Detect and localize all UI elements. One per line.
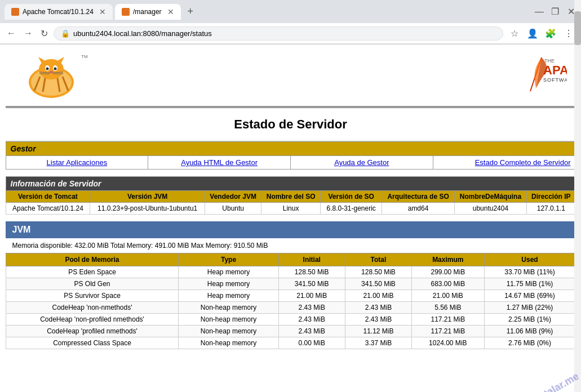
svg-point-11 [46,68,48,70]
mem-type-6: Non-heap memory [179,337,278,349]
mem-col-type: Type [179,253,278,266]
scrollbar[interactable] [574,0,581,349]
mem-maximum-5: 117.21 MiB [412,326,484,337]
mem-used-6: 2.76 MiB (0%) [484,337,575,349]
mem-col-pool: Pool de Memoria [6,253,179,266]
mem-used-2: 14.67 MiB (69%) [484,290,575,302]
mem-total-3: 2.43 MiB [345,302,411,314]
estado-completo-link[interactable]: Estado Completo de Servidor [475,158,571,167]
memory-row-3: CodeHeap 'non-nmethods'Non-heap memory2.… [6,302,575,314]
mem-total-5: 11.12 MiB [345,326,411,337]
mem-maximum-3: 5.56 MiB [412,302,484,314]
mem-maximum-4: 117.21 MiB [412,314,484,326]
mem-used-4: 2.25 MiB (1%) [484,314,575,326]
tab2-icon [122,8,130,16]
jvm-version-value: 11.0.23+9-post-Ubuntu-1ubuntu1 [90,203,205,215]
mem-total-1: 341.50 MiB [345,278,411,290]
nav-ayuda-html[interactable]: Ayuda HTML de Gestor [148,156,291,170]
address-bar[interactable]: 🔒 [54,26,503,41]
browser-titlebar: Apache Tomcat/10.1.24 ✕ /manager ✕ + — ❐… [0,0,581,23]
os-version-value: 6.8.0-31-generic [320,203,382,215]
minimize-button[interactable]: — [534,6,545,17]
tab1-label: Apache Tomcat/10.1.24 [23,8,94,16]
tomcat-version-value: Apache Tomcat/10.1.24 [6,203,90,215]
mem-pool-0: PS Eden Space [6,266,179,278]
browser-chrome: Apache Tomcat/10.1.24 ✕ /manager ✕ + — ❐… [0,0,581,44]
mem-pool-3: CodeHeap 'non-nmethods' [6,302,179,314]
mem-initial-4: 2.43 MiB [278,314,345,326]
forward-button[interactable]: → [21,26,35,41]
ayuda-link[interactable]: Ayuda de Gestor [334,158,389,167]
col-os-version: Versión de SO [320,191,382,203]
address-input[interactable] [73,29,496,38]
mem-initial-0: 128.50 MiB [278,266,345,278]
browser-tab-1[interactable]: Apache Tomcat/10.1.24 ✕ [5,4,113,20]
hostname-value: ubuntu2404 [454,203,526,215]
col-hostname: NombreDeMáquina [454,191,526,203]
page-header: TM THE APACHE SOFTWARE FOUNDATION [6,44,576,107]
mem-col-initial: Initial [278,253,345,266]
jvm-vendor-value: Ubuntu [205,203,261,215]
mem-initial-2: 21.00 MiB [278,290,345,302]
extensions-icon[interactable]: 🧩 [543,25,558,41]
col-ip: Dirección IP [527,191,575,203]
mem-total-0: 128.50 MiB [345,266,411,278]
svg-point-12 [54,68,56,70]
info-section-header: Información de Servidor [6,177,575,191]
tab2-close[interactable]: ✕ [167,7,174,16]
mem-total-2: 21.00 MiB [345,290,411,302]
mem-type-0: Heap memory [179,266,278,278]
col-os-arch: Arquitectura de SO [382,191,454,203]
mem-maximum-2: 21.00 MiB [412,290,484,302]
os-arch-value: amd64 [382,203,454,215]
browser-toolbar: ← → ↻ 🔒 ☆ 👤 🧩 ⋮ [0,23,581,44]
tomcat-logo: TM [15,51,88,99]
nav-estado-completo[interactable]: Estado Completo de Servidor [433,156,575,170]
mem-type-5: Non-heap memory [179,326,278,337]
reload-button[interactable]: ↻ [38,26,50,41]
mem-initial-6: 0.00 MiB [278,337,345,349]
window-controls: — ❐ ✕ [534,6,576,17]
mem-pool-4: CodeHeap 'non-profiled nmethods' [6,314,179,326]
restore-button[interactable]: ❐ [549,6,561,17]
apache-logo: THE APACHE SOFTWARE FOUNDATION [443,55,567,96]
tab1-icon [11,8,19,16]
mem-maximum-6: 1024.00 MiB [412,337,484,349]
mem-used-1: 11.75 MiB (1%) [484,278,575,290]
listar-link[interactable]: Listar Aplicaciones [47,158,108,167]
svg-point-13 [50,71,53,73]
mem-type-1: Heap memory [179,278,278,290]
memory-row-2: PS Survivor SpaceHeap memory21.00 MiB21.… [6,290,575,302]
back-button[interactable]: ← [5,26,18,41]
col-tomcat-version: Versión de Tomcat [6,191,90,203]
mem-pool-6: Compressed Class Space [6,337,179,349]
bookmark-icon[interactable]: ☆ [507,25,522,41]
memory-row-0: PS Eden SpaceHeap memory128.50 MiB128.50… [6,266,575,278]
mem-initial-1: 341.50 MiB [278,278,345,290]
mem-type-2: Heap memory [179,290,278,302]
mem-initial-3: 2.43 MiB [278,302,345,314]
svg-text:TM: TM [81,54,88,59]
tab2-label: /manager [133,8,162,16]
browser-tab-2[interactable]: /manager ✕ [115,4,181,20]
profile-icon[interactable]: 👤 [525,25,540,41]
tab1-close[interactable]: ✕ [99,7,106,16]
nav-listar[interactable]: Listar Aplicaciones [6,156,148,170]
mem-total-4: 2.43 MiB [345,314,411,326]
mem-used-0: 33.70 MiB (11%) [484,266,575,278]
jvm-section-header: JVM [6,221,576,238]
mem-col-maximum: Maximum [412,253,484,266]
memory-row-4: CodeHeap 'non-profiled nmethods'Non-heap… [6,314,575,326]
memory-table: Pool de Memoria Type Initial Total Maxim… [6,253,576,349]
new-tab-button[interactable]: + [183,3,198,20]
mem-col-total: Total [345,253,411,266]
gestor-table: Gestor Listar Aplicaciones Ayuda HTML de… [6,141,576,170]
ayuda-html-link[interactable]: Ayuda HTML de Gestor [181,158,258,167]
toolbar-icons: ☆ 👤 🧩 ⋮ [507,25,576,41]
mem-total-6: 3.37 MiB [345,337,411,349]
mem-used-3: 1.27 MiB (22%) [484,302,575,314]
nav-ayuda[interactable]: Ayuda de Gestor [291,156,433,170]
ip-value: 127.0.1.1 [527,203,575,215]
lock-icon: 🔒 [61,29,70,38]
scrollbar-thumb[interactable] [574,11,581,45]
